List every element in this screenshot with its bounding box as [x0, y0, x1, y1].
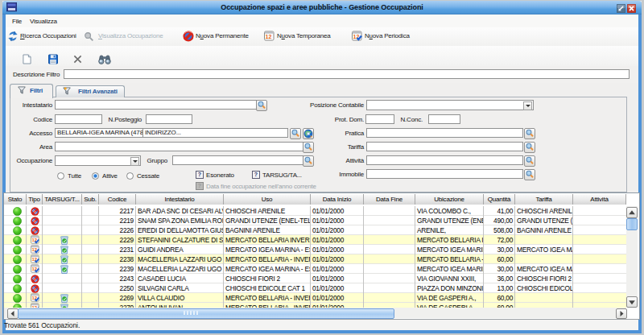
svg-text:12: 12: [266, 34, 272, 39]
